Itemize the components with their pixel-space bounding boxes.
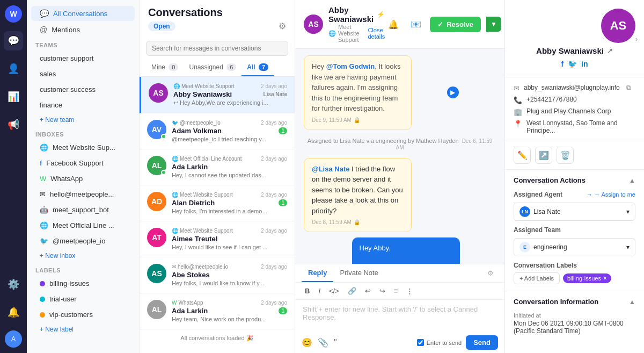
tab-mine-count: 0	[169, 63, 178, 71]
delete-button[interactable]: 🗑️	[557, 147, 574, 164]
bold-button[interactable]: B	[302, 286, 313, 296]
verified-icon: ⚡	[377, 11, 385, 18]
conv-info-1: 🌐 Meet Website Support 2 days ago Abby S…	[173, 83, 287, 106]
initiated-at-label: Initiated at	[514, 312, 635, 319]
conv-list-header-row: Open ⚙	[148, 21, 286, 31]
filter-icon[interactable]: ⚙	[279, 21, 286, 31]
nav-contacts[interactable]: 👤	[4, 59, 23, 78]
emoji-button[interactable]: 😊	[302, 337, 312, 348]
sidebar-inbox-meet-website[interactable]: 🌐 Meet Website Sup...	[31, 140, 135, 155]
team-select-dropdown[interactable]: E engineering ▾	[514, 238, 635, 256]
agent-select-chevron: ▾	[626, 208, 630, 215]
italic-button[interactable]: I	[315, 286, 324, 296]
sidebar-team-customer-success[interactable]: customer success	[31, 82, 135, 97]
assign-me-button[interactable]: → → Assign to me	[587, 191, 635, 198]
conv-item-5[interactable]: AT 🌐 Meet Website Support 2 days ago Aim…	[140, 221, 295, 257]
tab-mine[interactable]: Mine 0	[146, 59, 184, 76]
sidebar-inbox-whatsapp[interactable]: W WhatsApp	[31, 171, 135, 186]
nav-campaigns[interactable]: 📢	[4, 115, 23, 134]
conv-item-7[interactable]: AL W WhatsApp 2 days ago Ada Larkin 1 He…	[140, 293, 295, 329]
source-1: 🌐 Meet Website Support	[173, 83, 235, 89]
new-inbox-button[interactable]: + New inbox	[31, 250, 135, 262]
panel-expand-button[interactable]: ›	[635, 34, 638, 42]
conv-item-1[interactable]: AS 🌐 Meet Website Support 2 days ago Abb…	[140, 77, 295, 113]
next-msg-button-1[interactable]: ▶	[447, 87, 459, 98]
sidebar-inbox-hello[interactable]: ✉ hello@meetpeople...	[31, 187, 135, 201]
nav-settings[interactable]: ⚙️	[4, 275, 23, 294]
undo-button[interactable]: ↩	[362, 286, 374, 296]
sidebar-mentions[interactable]: @ Mentions	[31, 22, 135, 37]
conv-item-4[interactable]: AD 🌐 Meet Website Support 2 days ago Ala…	[140, 185, 295, 221]
send-button[interactable]: Send	[466, 335, 498, 350]
quote-button[interactable]: "	[334, 338, 337, 348]
name-6: Abe Stokes	[172, 271, 287, 279]
facebook-icon[interactable]: f	[561, 60, 564, 68]
sidebar-inbox-bot[interactable]: 🤖 meet_support_bot	[31, 203, 135, 217]
team-sales-label: sales	[40, 70, 56, 78]
conv-actions-section: Conversation Actions ▲ Assigned Agent → …	[505, 169, 644, 291]
list-ul-button[interactable]: ≡	[391, 286, 401, 296]
compose-tab-private[interactable]: Private Note	[333, 264, 385, 282]
compose-settings-icon[interactable]: ⚙	[483, 264, 498, 282]
new-team-button[interactable]: + New team	[31, 114, 135, 126]
sidebar-team-customer-support[interactable]: customer support	[31, 51, 135, 66]
tab-all[interactable]: All 7	[241, 59, 274, 76]
list-ol-button[interactable]: ⋮	[403, 286, 416, 296]
preview-6: Hey folks, I would like to know if y...	[172, 280, 287, 286]
mute-button[interactable]: 🔔	[385, 16, 402, 33]
info-location: 📍 West Lonnystad, Sao Tome and Principe.…	[514, 119, 635, 134]
copy-email-button[interactable]: ⧉	[626, 84, 631, 91]
nav-user-avatar[interactable]: A	[5, 330, 22, 348]
inbox-hello-icon: ✉	[40, 190, 46, 198]
add-labels-button[interactable]: + Add Labels	[514, 272, 560, 284]
resolve-label: Resolve	[447, 20, 473, 28]
sidebar-label-trial[interactable]: trial-user	[31, 292, 135, 306]
compose-area[interactable]: Shift + enter for new line. Start with '…	[295, 300, 504, 332]
sidebar-inbox-twitter[interactable]: 🐦 @meetpeople_io	[31, 234, 135, 248]
sidebar-label-billing[interactable]: billing-issues	[31, 276, 135, 291]
conv-item-2[interactable]: AV 🐦 @meetpeople_io 2 days ago Adam Volk…	[140, 113, 295, 149]
sidebar-all-conversations[interactable]: 💬 All Conversations	[31, 6, 135, 21]
external-link-icon[interactable]: ↗	[607, 47, 613, 55]
close-details-link[interactable]: Close details	[368, 27, 385, 40]
conv-item-6[interactable]: AS ✉ hello@meetpeople.io 2 days ago Abe …	[140, 257, 295, 293]
linkedin-icon[interactable]: in	[581, 60, 588, 68]
info-phone: 📞 +2544217767880	[514, 96, 635, 104]
forward-button[interactable]: ↗️	[535, 147, 552, 164]
nav-reports[interactable]: 📊	[4, 87, 23, 106]
agent-select-dropdown[interactable]: LN Lisa Nate ▾	[514, 203, 635, 221]
sidebar-team-sales[interactable]: sales	[31, 67, 135, 81]
resolve-button[interactable]: ✓ Resolve	[430, 17, 481, 32]
redo-button[interactable]: ↪	[376, 286, 389, 296]
conv-meta-7: W WhatsApp 2 days ago	[172, 300, 287, 306]
email-button[interactable]: 📧	[407, 16, 425, 33]
link-button[interactable]: 🔗	[345, 286, 360, 296]
chat-header-right: 🔔 📧 ✓ Resolve ▼	[385, 16, 501, 33]
attach-button[interactable]: 📎	[318, 337, 328, 348]
sidebar-inbox-facebook[interactable]: f Facebook Support	[31, 156, 135, 170]
sidebar-team-finance[interactable]: finance	[31, 98, 135, 112]
conv-meta-5: 🌐 Meet Website Support 2 days ago	[172, 228, 287, 234]
conv-actions-header[interactable]: Conversation Actions ▲	[505, 170, 644, 189]
nav-conversations[interactable]: 💬	[4, 31, 23, 51]
sidebar-label-vip[interactable]: vip-customers	[31, 307, 135, 322]
conv-info-header[interactable]: Conversation Information ▲	[505, 291, 644, 310]
sidebar-inbox-meet-official[interactable]: 🌐 Meet Official Line ...	[31, 218, 135, 233]
twitter-icon[interactable]: 🐦	[568, 60, 577, 68]
remove-label-button[interactable]: ×	[603, 275, 607, 282]
nav-notifications[interactable]: 🔔	[4, 302, 23, 322]
msg-bubble-1: Hey @Tom Godwin, It looks like we are ha…	[304, 55, 412, 130]
resolve-check-icon: ✓	[437, 20, 443, 28]
resolve-dropdown-button[interactable]: ▼	[486, 17, 501, 32]
code-button[interactable]: </>	[326, 286, 342, 296]
enter-to-send-checkbox[interactable]	[417, 339, 424, 346]
edit-contact-button[interactable]: ✏️	[514, 147, 531, 164]
name-7: Ada Larkin 1	[172, 307, 287, 315]
new-label-button[interactable]: + New label	[31, 323, 135, 335]
search-input[interactable]	[146, 41, 288, 56]
tab-unassigned[interactable]: Unassigned 6	[184, 59, 241, 76]
trial-user-dot	[40, 297, 45, 302]
conv-item-3[interactable]: AL 🌐 Meet Official Line Account 2 days a…	[140, 149, 295, 185]
compose-tab-reply[interactable]: Reply	[302, 264, 333, 282]
inbox-bot-icon: 🤖	[40, 206, 48, 214]
